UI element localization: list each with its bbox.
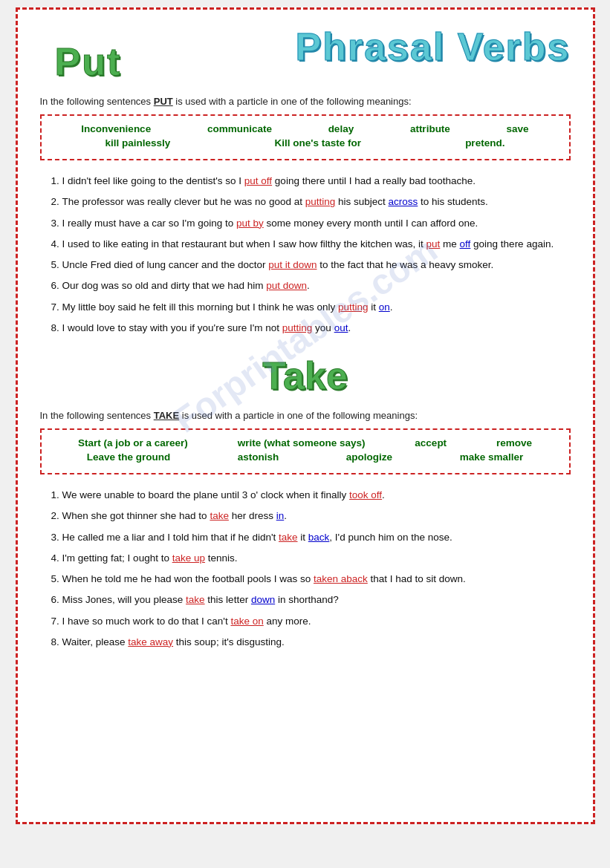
- take-meanings-box: Start (a job or a career) write (what so…: [40, 428, 571, 474]
- pv-down-6: down: [251, 594, 275, 605]
- put-sentence-3: I really must have a car so I'm going to…: [62, 216, 571, 231]
- pv-take-away: take away: [128, 636, 173, 647]
- put-meanings-row-2: kill painlessly Kill one's taste for pre…: [53, 137, 557, 149]
- meaning-delay: delay: [328, 123, 354, 134]
- pv-take-6: take: [186, 594, 205, 605]
- take-sentence-8: Waiter, please take away this soup; it's…: [62, 635, 571, 650]
- phrasal-verbs-title: Phrasal Verbs: [296, 25, 571, 69]
- put-title: Put: [55, 39, 122, 84]
- put-meanings-row-1: Inconvenience communicate delay attribut…: [53, 123, 557, 134]
- take-sentence-3: He called me a liar and I told him that …: [62, 530, 571, 545]
- meaning-astonish: astonish: [238, 451, 279, 463]
- pv-take-on: take on: [230, 616, 263, 627]
- take-sentence-2: When she got thinner she had to take her…: [62, 509, 571, 523]
- pv-putting-2: putting: [305, 196, 336, 207]
- meaning-apologize: apologize: [346, 451, 392, 463]
- take-sentence-7: I have so much work to do that I can't t…: [62, 614, 571, 629]
- put-section: In the following sentences PUT is used w…: [40, 96, 571, 336]
- put-sentence-7: My little boy said he felt ill this morn…: [62, 300, 571, 315]
- take-sentence-5: When he told me he had won the football …: [62, 572, 571, 587]
- pv-put-4: put: [426, 238, 441, 249]
- put-sentence-2: The professor was really clever but he w…: [62, 195, 571, 209]
- meaning-attribute: attribute: [410, 123, 450, 134]
- pv-put-off: put off: [244, 175, 272, 186]
- take-meanings-row-1: Start (a job or a career) write (what so…: [53, 437, 557, 448]
- put-meanings-box: Inconvenience communicate delay attribut…: [40, 114, 571, 160]
- header-area: Put Phrasal Verbs: [40, 25, 571, 84]
- pv-on-7: on: [379, 301, 390, 313]
- meaning-pretend: pretend.: [465, 137, 504, 149]
- put-sentence-4: I used to like eating in that restaurant…: [62, 237, 571, 252]
- meaning-accept: accept: [415, 437, 447, 448]
- take-sentence-4: I'm getting fat; I ought to take up tenn…: [62, 551, 571, 566]
- pv-out-8: out: [334, 322, 348, 333]
- pv-back-3: back: [308, 532, 330, 543]
- pv-taken-aback: taken aback: [314, 573, 368, 584]
- pv-putting-7: putting: [338, 301, 369, 313]
- pv-putting-8: putting: [282, 322, 313, 333]
- page: Forprintables.com Put Phrasal Verbs In t…: [16, 7, 595, 824]
- meaning-save: save: [507, 123, 529, 134]
- put-sentence-1: I didn't feel like going to the dentist'…: [62, 174, 571, 189]
- pv-in-2: in: [276, 510, 285, 521]
- take-meanings-row-2: Leave the ground astonish apologize make…: [53, 451, 557, 463]
- put-sentence-5: Uncle Fred died of lung cancer and the d…: [62, 258, 571, 273]
- pv-put-down: put down: [266, 280, 307, 291]
- meaning-make-smaller: make smaller: [460, 451, 524, 463]
- take-section: Take In the following sentences TAKE is …: [40, 353, 571, 650]
- take-sentence-1: We were unable to board the plane until …: [62, 488, 571, 503]
- take-title: Take: [40, 353, 571, 398]
- meaning-start-job: Start (a job or a career): [78, 437, 188, 448]
- take-sentence-list: We were unable to board the plane until …: [40, 488, 571, 650]
- pv-off-4: off: [460, 238, 471, 249]
- put-sentence-8: I would love to stay with you if you're …: [62, 321, 571, 336]
- meaning-communicate: communicate: [207, 123, 272, 134]
- pv-take-2: take: [210, 510, 229, 521]
- put-intro: In the following sentences PUT is used w…: [40, 96, 571, 107]
- meaning-inconvenience: Inconvenience: [81, 123, 151, 134]
- put-sentence-6: Our dog was so old and dirty that we had…: [62, 278, 571, 293]
- meaning-remove: remove: [496, 437, 532, 448]
- meaning-leave-ground: Leave the ground: [87, 451, 171, 463]
- pv-put-it-down: put it down: [268, 259, 317, 270]
- put-sentence-list: I didn't feel like going to the dentist'…: [40, 174, 571, 336]
- meaning-kill-taste: Kill one's taste for: [275, 137, 361, 149]
- meaning-write: write (what someone says): [238, 437, 366, 448]
- pv-put-by: put by: [236, 218, 264, 229]
- meaning-kill-painlessly: kill painlessly: [106, 137, 171, 149]
- pv-took-off: took off: [349, 489, 382, 500]
- take-sentence-6: Miss Jones, will you please take this le…: [62, 593, 571, 607]
- pv-take-up: take up: [172, 552, 205, 564]
- pv-take-3: take: [279, 532, 298, 543]
- pv-across: across: [389, 196, 418, 207]
- take-intro: In the following sentences TAKE is used …: [40, 410, 571, 421]
